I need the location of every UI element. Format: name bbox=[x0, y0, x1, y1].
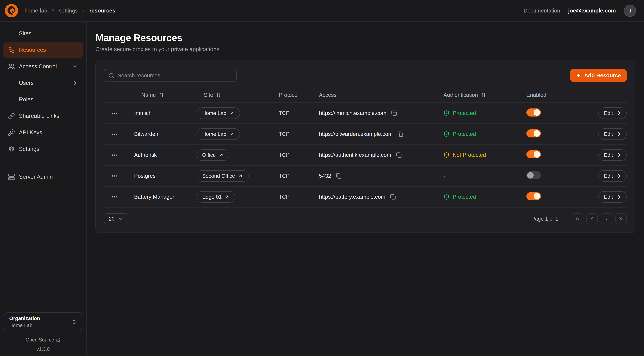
topbar: home-lab settings resources Documentatio… bbox=[0, 0, 644, 22]
edit-button[interactable]: Edit bbox=[598, 108, 627, 119]
pangolin-logo-icon[interactable] bbox=[5, 4, 18, 17]
resource-name: Immich bbox=[134, 110, 196, 116]
org-switcher-value: Home Lab bbox=[9, 322, 40, 328]
link-icon bbox=[8, 113, 15, 120]
sidebar-item-resources[interactable]: Resources bbox=[3, 42, 83, 58]
arrow-up-right-icon bbox=[229, 132, 234, 137]
page-title: Manage Resources bbox=[96, 32, 635, 43]
prev-page-button[interactable] bbox=[586, 213, 598, 224]
header-enabled: Enabled bbox=[526, 92, 579, 98]
auth-status-badge: Protected bbox=[444, 110, 526, 116]
ellipsis-icon bbox=[111, 131, 118, 137]
org-switcher[interactable]: Organization Home Lab bbox=[4, 312, 82, 332]
site-link[interactable]: Office bbox=[196, 149, 230, 161]
documentation-link[interactable]: Documentation bbox=[524, 8, 560, 14]
open-source-link[interactable]: Open Source bbox=[3, 337, 83, 343]
sidebar-item-roles[interactable]: Roles bbox=[3, 92, 83, 107]
copy-button[interactable] bbox=[390, 110, 398, 117]
access-port: 5432 bbox=[319, 173, 331, 179]
edit-button[interactable]: Edit bbox=[598, 128, 627, 140]
sidebar-item-shareable-links[interactable]: Shareable Links bbox=[3, 108, 83, 124]
enabled-toggle[interactable] bbox=[526, 171, 541, 179]
access-url: https://authentik.example.com bbox=[319, 152, 391, 158]
row-menu-button[interactable] bbox=[110, 129, 119, 139]
copy-button[interactable] bbox=[389, 193, 396, 200]
shield-check-icon bbox=[444, 110, 450, 116]
access-url: https://immich.example.com bbox=[319, 110, 386, 116]
enabled-toggle[interactable] bbox=[526, 130, 541, 138]
shell: Sites Resources Access Control Users bbox=[0, 22, 644, 356]
site-name: Home Lab bbox=[202, 110, 226, 116]
edit-button[interactable]: Edit bbox=[598, 170, 627, 182]
site-link[interactable]: Home Lab bbox=[196, 128, 240, 140]
edit-button[interactable]: Edit bbox=[598, 191, 627, 203]
site-link[interactable]: Home Lab bbox=[196, 108, 240, 119]
chevron-right-icon bbox=[81, 8, 86, 13]
last-page-button[interactable] bbox=[616, 213, 627, 224]
copy-icon bbox=[391, 110, 397, 116]
edit-button[interactable]: Edit bbox=[598, 149, 627, 161]
site-name: Office bbox=[202, 152, 216, 158]
sidebar-item-settings[interactable]: Settings bbox=[3, 141, 83, 157]
enabled-toggle[interactable] bbox=[526, 108, 541, 116]
row-menu-button[interactable] bbox=[110, 192, 119, 202]
add-resource-button[interactable]: Add Resource bbox=[570, 69, 627, 82]
app-root: home-lab settings resources Documentatio… bbox=[0, 0, 644, 356]
avatar[interactable]: J bbox=[624, 5, 636, 17]
table-row: Postgres Second Office TCP 5432 - Edit bbox=[104, 166, 627, 186]
external-link-icon bbox=[56, 338, 60, 342]
header-name[interactable]: Name bbox=[134, 92, 196, 98]
site-link[interactable]: Edge 01 bbox=[196, 191, 235, 203]
breadcrumb-home-lab[interactable]: home-lab bbox=[24, 8, 47, 14]
toggle-knob bbox=[527, 172, 534, 178]
enabled-toggle[interactable] bbox=[526, 150, 541, 158]
enabled-toggle[interactable] bbox=[526, 192, 541, 200]
next-page-button[interactable] bbox=[601, 213, 612, 224]
resource-name: Authentik bbox=[134, 152, 196, 158]
sidebar-item-users[interactable]: Users bbox=[3, 75, 83, 90]
user-email[interactable]: joe@example.com bbox=[568, 8, 616, 14]
search-input[interactable] bbox=[104, 69, 237, 82]
grid-icon bbox=[8, 30, 15, 37]
row-menu-button[interactable] bbox=[110, 108, 119, 118]
copy-button[interactable] bbox=[335, 172, 342, 180]
page-size-select[interactable]: 20 bbox=[104, 213, 128, 224]
chevron-right-icon bbox=[72, 80, 78, 86]
toggle-knob bbox=[534, 109, 540, 116]
row-menu-button[interactable] bbox=[110, 150, 119, 160]
arrow-up-right-icon bbox=[238, 173, 243, 178]
resource-name: Battery Manager bbox=[134, 194, 196, 200]
sidebar-item-label: Resources bbox=[19, 47, 46, 53]
chevron-down-icon bbox=[72, 64, 78, 70]
edit-label: Edit bbox=[604, 110, 613, 116]
sidebar-item-api-keys[interactable]: API Keys bbox=[3, 125, 83, 140]
copy-button[interactable] bbox=[395, 152, 402, 159]
open-source-label: Open Source bbox=[26, 337, 54, 343]
server-icon bbox=[8, 174, 15, 180]
card-footer: 20 Page 1 of 1 bbox=[104, 213, 627, 224]
plus-icon bbox=[576, 72, 581, 78]
breadcrumb-settings[interactable]: settings bbox=[59, 8, 78, 14]
page-subtitle: Create secure proxies to your private ap… bbox=[96, 46, 635, 52]
edit-label: Edit bbox=[604, 173, 613, 179]
sidebar-item-server-admin[interactable]: Server Admin bbox=[3, 169, 83, 184]
site-name: Second Office bbox=[202, 173, 235, 179]
header-site[interactable]: Site bbox=[196, 92, 279, 98]
edit-label: Edit bbox=[604, 152, 613, 158]
copy-button[interactable] bbox=[397, 130, 404, 138]
sidebar-item-access-control[interactable]: Access Control bbox=[3, 59, 83, 74]
header-authentication[interactable]: Authentication bbox=[444, 92, 526, 98]
sidebar-item-sites[interactable]: Sites bbox=[3, 26, 83, 41]
site-link[interactable]: Second Office bbox=[196, 170, 249, 182]
chevrons-left-icon bbox=[575, 216, 580, 222]
sidebar-divider bbox=[0, 307, 86, 308]
resources-table: Name Site Protocol Access Authentication bbox=[104, 88, 627, 208]
protocol: TCP bbox=[279, 152, 319, 158]
first-page-button[interactable] bbox=[572, 213, 583, 224]
header-protocol: Protocol bbox=[279, 92, 319, 98]
row-menu-button[interactable] bbox=[110, 171, 119, 181]
arrow-right-icon bbox=[616, 152, 621, 158]
version-label: v1.3.0 bbox=[3, 346, 83, 352]
sidebar-item-label: Roles bbox=[19, 96, 33, 103]
search-icon bbox=[108, 72, 114, 78]
